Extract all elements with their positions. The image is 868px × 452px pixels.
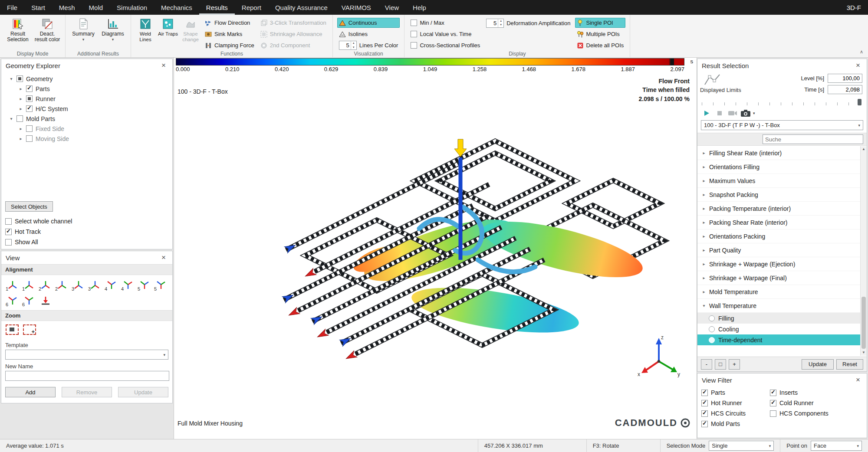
tree-item-hc-system[interactable]: ▸ H/C System [1,104,172,114]
snapshot-dropdown-icon[interactable]: ▾ [753,111,755,115]
three-click-transformation-button[interactable]: 3-Click Transformation [259,18,328,28]
hot-track-row[interactable]: Hot Track [1,226,172,237]
search-input[interactable] [763,134,863,144]
time-input[interactable] [828,85,862,94]
hot-track-checkbox[interactable] [5,229,12,235]
ribbon-collapse-button[interactable]: ∧ [858,49,865,56]
close-icon[interactable]: × [159,253,168,262]
menu-quality-assurance[interactable]: Quality Assurance [268,0,335,15]
expand-icon[interactable]: ▸ [19,126,23,131]
result-item[interactable]: ▸Mold Temperature [697,285,860,299]
zoom-window-button[interactable]: + [23,324,36,335]
filter-hot-runner-checkbox[interactable] [701,400,708,406]
deformation-spinner[interactable]: 5▲▼ [486,19,504,28]
tree-item-moving-side[interactable]: ▸ Moving Side [1,134,172,144]
deact-result-color-button[interactable]: Deact. result color [34,16,61,50]
alignment-preset-button[interactable]: 6 [5,294,20,307]
increase-button[interactable]: + [729,359,740,370]
result-item-wall-temperature[interactable]: ▾Wall Temperature [697,299,860,313]
tree-item-mold-parts[interactable]: ▾ Mold Parts [1,114,172,124]
tree-item-parts[interactable]: ▸ Parts [1,84,172,94]
update-button[interactable]: Update [118,387,168,397]
spin-up-icon[interactable]: ▲ [498,19,503,23]
expand-icon[interactable]: ▸ [702,192,706,197]
alignment-preset-button[interactable]: 1 [22,278,36,292]
decrease-button[interactable]: - [701,359,712,370]
result-item[interactable]: ▸Snapshot Packing [697,188,860,202]
expand-icon[interactable]: ▸ [702,151,706,155]
delete-all-pois-button[interactable]: Delete all POIs [575,40,626,50]
close-icon[interactable]: × [854,376,862,384]
play-button[interactable] [701,108,712,118]
expand-icon[interactable]: ▸ [702,248,706,252]
tree-item-geometry[interactable]: ▾ Geometry [1,74,172,84]
point-on-select[interactable]: Face ▾ [811,441,862,451]
expand-icon[interactable]: ▸ [19,96,23,101]
diagrams-button[interactable]: Diagrams ▾ [99,16,126,50]
mold-parts-checkbox[interactable] [16,115,23,122]
filter-hcs-components-row[interactable]: HCS Components [766,408,867,419]
show-all-row[interactable]: Show All [1,237,172,247]
new-name-input[interactable] [5,371,169,381]
filter-hcs-circuits-checkbox[interactable] [701,410,708,417]
alignment-drop-to-plane-button[interactable] [38,294,53,307]
summary-button[interactable]: Summary ▾ [70,16,97,50]
filter-mold-parts-row[interactable]: Mold Parts [697,419,766,429]
result-item[interactable]: ▸Orientations Filling [697,160,860,174]
menu-help[interactable]: Help [406,0,433,15]
menu-report[interactable]: Report [235,0,268,15]
shrinkage-allowance-button[interactable]: Shrinkage Allowance [259,29,328,39]
expand-icon[interactable]: ▸ [702,178,706,183]
result-item[interactable]: ▸Packing Shear Rate (interior) [697,216,860,229]
box-select-button[interactable]: □ [715,359,726,370]
expand-icon[interactable]: ▸ [19,106,23,111]
scroll-down-icon[interactable]: ▼ [861,350,867,356]
menu-simulation[interactable]: Simulation [110,0,154,15]
result-item[interactable]: ▸Shrinkage + Warpage (Final) [697,271,860,285]
spin-up-icon[interactable]: ▲ [351,41,356,46]
collapse-icon[interactable]: ▾ [9,76,13,81]
expand-icon[interactable]: ▸ [702,220,706,225]
stop-button[interactable] [714,108,725,118]
shape-change-button[interactable]: Shape change [181,16,201,50]
cross-sectional-checkbox[interactable] [411,42,417,49]
alignment-preset-button[interactable]: 3 [88,278,102,292]
second-component-button[interactable]: 2nd Component [259,40,328,50]
filter-inserts-checkbox[interactable] [770,390,776,396]
reset-button[interactable]: Reset [836,359,863,370]
collapse-icon[interactable]: ▾ [9,116,13,121]
filter-hcs-components-checkbox[interactable] [770,410,776,417]
min-max-checkbox[interactable] [411,20,417,26]
sink-marks-button[interactable]: Sink Marks [203,29,256,39]
alignment-preset-button[interactable]: 2 [55,278,69,292]
hc-system-checkbox[interactable] [26,105,33,112]
time-slider-track[interactable] [702,99,861,106]
local-value-checkbox-row[interactable]: Local Value vs. Time [409,29,482,39]
result-item[interactable]: ▸Maximum Values [697,174,860,188]
result-item[interactable]: ▸Part Quality [697,243,860,257]
expand-icon[interactable]: ▸ [702,289,706,294]
tree-item-runner[interactable]: ▸ Runner [1,94,172,104]
alignment-preset-button[interactable]: 4 [104,278,118,292]
level-input[interactable] [828,74,862,83]
alignment-preset-button[interactable]: 2 [38,278,53,292]
viewport-3d[interactable]: s 0.000 0.210 0.420 0.629 0.839 1.049 1.… [174,58,697,439]
filter-parts-checkbox[interactable] [701,390,708,396]
geometry-checkbox[interactable] [16,75,23,82]
time-slider-handle[interactable] [858,99,861,105]
alignment-preset-button[interactable]: 5 [154,278,168,292]
scene-3d[interactable]: .po{fill:none;stroke:#15181c;stroke-widt… [174,72,697,439]
result-child-cooling[interactable]: Cooling [697,324,860,334]
result-item[interactable]: ▸Filling Shear Rate (interior) [697,146,860,160]
collapse-icon[interactable]: ▾ [702,303,706,308]
menu-start[interactable]: Start [24,0,52,15]
dataset-select[interactable]: 100 - 3D-F (T F P W -) - T-Box ▾ [701,120,863,130]
filter-mold-parts-checkbox[interactable] [701,421,708,427]
menu-file[interactable]: File [0,0,24,15]
lines-per-color-spinner[interactable]: 5▲▼ [339,41,357,50]
result-item[interactable]: ▸Packing Temperature (interior) [697,202,860,216]
expand-icon[interactable]: ▸ [19,136,23,141]
menu-view[interactable]: View [378,0,406,15]
air-traps-button[interactable]: Air Traps [158,16,178,50]
flow-direction-button[interactable]: Flow Direction [203,18,256,28]
